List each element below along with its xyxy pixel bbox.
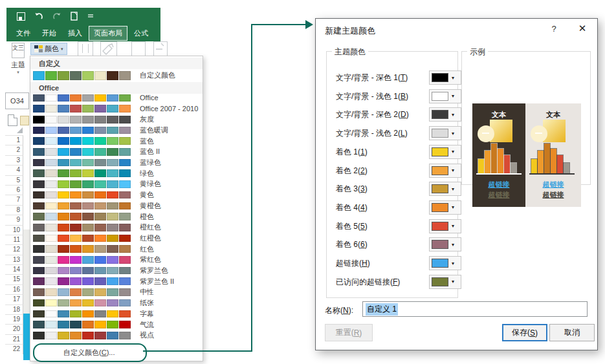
theme-name-label: 视点	[140, 330, 154, 340]
color-swatch	[58, 116, 69, 123]
dropdown-item[interactable]: 橙色	[30, 211, 203, 222]
dropdown-item[interactable]: 黄橙色	[30, 200, 203, 211]
dropdown-item[interactable]: 蓝色暖调	[30, 125, 203, 136]
dropdown-item-custom[interactable]: 自定义颜色	[30, 69, 203, 81]
color-dropdown-button[interactable]: ▾	[429, 107, 461, 122]
row-header[interactable]: 18	[5, 305, 23, 314]
undo-icon[interactable]	[34, 12, 43, 20]
tab-公式[interactable]: 公式	[129, 27, 153, 40]
dropdown-item[interactable]: 纸张	[30, 297, 203, 308]
row-header[interactable]: 12	[5, 244, 23, 254]
colors-button[interactable]: 颜色 ▾	[30, 43, 67, 55]
theme-colors-dropdown: 自定义 Office 自定义颜色 自定义颜色(C)... OfficeOffic…	[30, 56, 203, 361]
row-header[interactable]: 14	[5, 264, 23, 274]
theme-name-input[interactable]: 自定义 1	[362, 301, 588, 317]
color-swatch	[94, 321, 106, 328]
color-dropdown-button[interactable]: ▾	[429, 200, 461, 215]
color-swatch	[119, 299, 131, 307]
dropdown-item[interactable]: 蓝色 II	[30, 147, 203, 158]
cancel-button[interactable]: 取消	[549, 324, 595, 341]
save-button[interactable]: 保存(S)	[502, 324, 547, 341]
sample-bar	[551, 149, 556, 173]
color-dropdown-button[interactable]: ▾	[429, 164, 461, 178]
row-header[interactable]: 3	[5, 155, 23, 165]
tab-页面布局[interactable]: 页面布局	[89, 27, 127, 40]
row-header[interactable]: 21	[5, 334, 23, 344]
customize-colors-menu-item[interactable]: 自定义颜色(C)...	[63, 348, 115, 358]
row-header[interactable]: 1	[5, 135, 23, 145]
row-header[interactable]: 16	[5, 284, 23, 294]
row-header[interactable]: 8	[5, 205, 23, 215]
dropdown-item[interactable]: 红橙色	[30, 233, 203, 244]
row-header[interactable]: 15	[5, 274, 23, 284]
tab-插入[interactable]: 插入	[63, 27, 87, 40]
row-header[interactable]: 7	[5, 195, 23, 204]
dropdown-item[interactable]: Office	[30, 92, 203, 103]
color-dropdown-button[interactable]: ▾	[429, 275, 461, 289]
dropdown-item[interactable]: 灰度	[30, 114, 203, 125]
row-header[interactable]: 5	[5, 175, 23, 185]
sample-bar	[544, 144, 550, 173]
color-swatch	[119, 148, 131, 156]
color-dropdown-button[interactable]: ▾	[429, 182, 461, 196]
dropdown-item[interactable]: Office 2007 - 2010	[30, 103, 203, 114]
color-dropdown-button[interactable]: ▾	[429, 219, 461, 233]
tab-文件[interactable]: 文件	[12, 27, 35, 40]
row-header[interactable]: 20	[5, 324, 23, 334]
color-dropdown-button[interactable]: ▾	[429, 145, 461, 159]
row-header[interactable]: 19	[5, 314, 23, 324]
dropdown-item[interactable]: 蓝色	[30, 136, 203, 147]
color-swatch	[45, 180, 57, 188]
color-swatch	[82, 159, 94, 167]
sample-hyperlink: 超链接	[472, 180, 525, 189]
theme-swatch-strip	[33, 127, 131, 134]
row-header[interactable]: 11	[5, 235, 23, 244]
help-button[interactable]: ?	[547, 24, 561, 34]
dropdown-item[interactable]: 黄绿色	[30, 179, 203, 190]
color-swatch	[70, 71, 82, 80]
color-swatch	[45, 277, 57, 285]
color-dropdown-button[interactable]: ▾	[429, 237, 461, 252]
close-button[interactable]: ✕	[574, 23, 591, 34]
row-header[interactable]: 9	[5, 215, 23, 224]
color-swatch	[33, 191, 45, 199]
themes-button[interactable]: 文三 主题 ▾	[6, 43, 30, 91]
color-dropdown-button[interactable]: ▾	[429, 126, 461, 140]
dropdown-item[interactable]: 中性	[30, 287, 203, 298]
row-header[interactable]: 17	[5, 294, 23, 304]
dropdown-item[interactable]: 蓝绿色	[30, 157, 203, 168]
row-header[interactable]: 4	[5, 165, 23, 175]
color-row-label: 着色 2(2)	[336, 166, 368, 177]
dropdown-item[interactable]: 紫红色	[30, 255, 203, 266]
new-document-icon[interactable]	[71, 12, 78, 21]
dropdown-item[interactable]: 气流	[30, 319, 203, 330]
color-dropdown-button[interactable]: ▾	[429, 256, 461, 270]
color-swatch	[82, 169, 94, 177]
color-dropdown-button[interactable]: ▾	[429, 70, 461, 85]
tab-开始[interactable]: 开始	[38, 27, 61, 40]
row-header[interactable]: 13	[5, 255, 23, 264]
color-swatch	[94, 310, 106, 318]
row-header[interactable]: 22	[5, 344, 23, 354]
color-swatch	[58, 256, 69, 264]
dropdown-item[interactable]: 紫罗兰色	[30, 265, 203, 276]
dropdown-item[interactable]: 紫罗兰色 II	[30, 276, 203, 287]
dropdown-item[interactable]: 视点	[30, 330, 203, 341]
dropdown-item[interactable]: 绿色	[30, 168, 203, 179]
theme-swatch-strip	[33, 148, 131, 156]
name-box[interactable]: O34	[5, 92, 29, 109]
select-all-corner[interactable]	[17, 127, 23, 133]
ribbon-options-icon[interactable]	[87, 14, 94, 19]
save-icon[interactable]	[17, 12, 25, 21]
row-header[interactable]: 2	[5, 145, 23, 155]
dropdown-item[interactable]: 红色	[30, 244, 203, 255]
color-dropdown-button[interactable]: ▾	[429, 89, 461, 103]
chevron-down-icon: ▾	[452, 242, 454, 248]
dropdown-item[interactable]: 字幕	[30, 308, 203, 319]
row-header[interactable]: 6	[5, 185, 23, 195]
dropdown-item[interactable]: 黄色	[30, 189, 203, 200]
dropdown-item[interactable]: 橙红色	[30, 222, 203, 233]
theme-name-label: 字幕	[140, 309, 154, 319]
chevron-down-icon: ▾	[452, 149, 454, 155]
row-header[interactable]: 10	[5, 225, 23, 235]
